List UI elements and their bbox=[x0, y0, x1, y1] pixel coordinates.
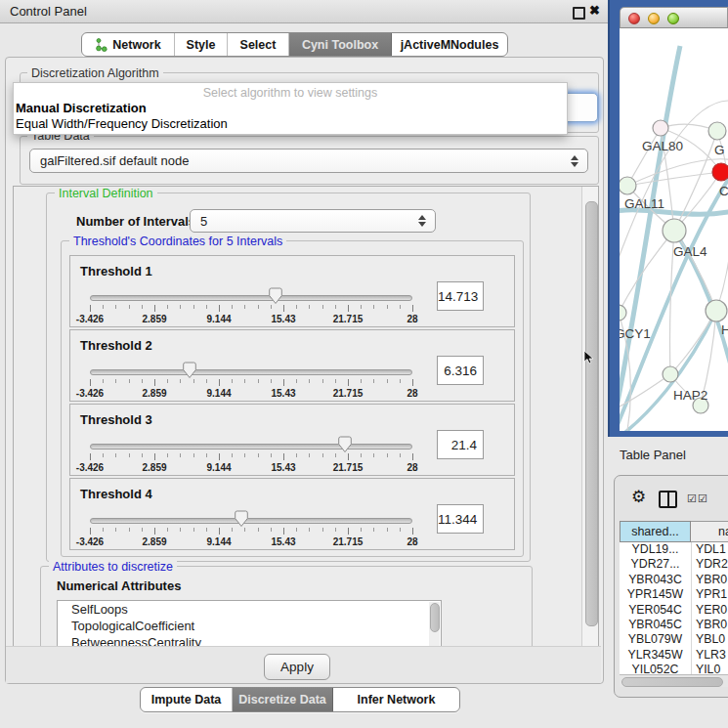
list-item[interactable]: SelfLoops bbox=[58, 601, 441, 618]
table-row[interactable]: YLR345WYLR3 bbox=[620, 648, 728, 663]
scale-label: 2.859 bbox=[142, 314, 166, 324]
table-cell[interactable]: YBR0 bbox=[692, 573, 728, 587]
table-data-combobox[interactable]: galFiltered.sif default node bbox=[29, 149, 588, 173]
tab-discretize-data-label: Discretize Data bbox=[238, 693, 326, 707]
close-traffic-light-icon[interactable] bbox=[628, 13, 640, 24]
number-of-intervals-combobox[interactable]: 5 bbox=[190, 209, 436, 233]
slider-thumb[interactable] bbox=[269, 287, 283, 305]
close-icon[interactable]: ✖ bbox=[589, 3, 600, 18]
node-gal11[interactable] bbox=[620, 177, 636, 194]
tab-cyni-toolbox[interactable]: Cyni Toolbox bbox=[289, 33, 392, 56]
table-cell[interactable]: YPR1 bbox=[692, 587, 728, 602]
minimize-traffic-light-icon[interactable] bbox=[648, 13, 660, 24]
slider-track[interactable] bbox=[90, 444, 412, 450]
node-gal4[interactable] bbox=[663, 219, 686, 242]
list-scrollbar-thumb[interactable] bbox=[430, 603, 440, 632]
node-h[interactable] bbox=[706, 300, 727, 321]
scale-label: 2.859 bbox=[142, 462, 166, 473]
thresholds-group-title: Threshold's Coordinates for 5 Intervals bbox=[69, 235, 286, 248]
table-cell[interactable]: YLR345W bbox=[620, 648, 692, 663]
pane-scrollbar-thumb[interactable] bbox=[585, 201, 598, 626]
table-cell[interactable]: YDR27... bbox=[620, 557, 692, 572]
scale-label: 9.144 bbox=[206, 388, 231, 399]
gear-icon[interactable]: ⚙ bbox=[631, 489, 646, 505]
node-label: GAL11 bbox=[624, 196, 664, 211]
slider-track[interactable] bbox=[90, 369, 412, 375]
tab-impute-data[interactable]: Impute Data bbox=[141, 688, 233, 711]
list-scrollbar[interactable] bbox=[429, 602, 440, 647]
list-item[interactable]: TopologicalCoefficient bbox=[58, 618, 441, 634]
table-cell[interactable]: YBR045C bbox=[620, 618, 692, 632]
slider-thumb[interactable] bbox=[183, 362, 197, 379]
thresholds-group: Threshold's Coordinates for 5 Intervals … bbox=[61, 240, 524, 557]
node-gal80[interactable] bbox=[653, 120, 668, 136]
table-cell[interactable]: YBL0 bbox=[692, 632, 728, 647]
threshold-slider[interactable]: -3.426 2.859 9.144 15.43 21.715 28 bbox=[90, 295, 412, 301]
node-partial-top[interactable] bbox=[708, 122, 726, 140]
algorithm-option-manual[interactable]: Manual Discretization bbox=[16, 101, 147, 115]
tab-jactivemnodules[interactable]: jActiveMNodules bbox=[392, 33, 507, 56]
threshold-row: Threshold 2 -3.426 2.859 9.144 15.43 21.… bbox=[69, 329, 515, 402]
node-gcy1[interactable] bbox=[620, 305, 626, 321]
threshold-value-field[interactable]: 14.713 bbox=[437, 281, 484, 311]
table-cell[interactable]: YDL1 bbox=[692, 542, 728, 557]
tab-style[interactable]: Style bbox=[175, 33, 228, 56]
threshold-slider[interactable]: -3.426 2.859 9.144 15.43 21.715 28 bbox=[90, 518, 412, 524]
table-row[interactable]: YBR043CYBR0 bbox=[620, 573, 728, 587]
threshold-slider[interactable]: -3.426 2.859 9.144 15.43 21.715 28 bbox=[90, 444, 412, 450]
table-cell[interactable]: YBR0 bbox=[692, 618, 728, 632]
node-highlighted[interactable] bbox=[712, 163, 728, 181]
column-header-name[interactable]: na bbox=[691, 521, 728, 542]
table-row[interactable]: YER054CYER0 bbox=[620, 603, 728, 618]
slider-thumb[interactable] bbox=[337, 436, 352, 453]
zoom-traffic-light-icon[interactable] bbox=[667, 13, 679, 24]
threshold-value-field[interactable]: 21.4 bbox=[437, 430, 484, 459]
table-cell[interactable]: YBL079W bbox=[620, 632, 692, 647]
table-hscrollbar[interactable] bbox=[620, 674, 728, 687]
numerical-attributes-list[interactable]: SelfLoops TopologicalCoefficient Between… bbox=[57, 600, 442, 647]
threshold-value-field[interactable]: 6.316 bbox=[437, 356, 484, 385]
float-window-icon[interactable] bbox=[573, 7, 585, 20]
algorithm-option-equal-width[interactable]: Equal Width/Frequency Discretization bbox=[16, 116, 228, 131]
slider-thumb[interactable] bbox=[235, 510, 249, 528]
slider-ticks-major bbox=[90, 528, 413, 535]
node-table[interactable]: YDL19...YDL1 YDR27...YDR2 YBR043CYBR0 YP… bbox=[620, 542, 728, 677]
slider-track[interactable] bbox=[90, 518, 412, 524]
network-canvas[interactable]: GAL80 G C GAL11 GAL4 GCY1 H HAP2 bbox=[620, 28, 728, 431]
network-window-titlebar[interactable] bbox=[620, 7, 728, 28]
node-label: HAP2 bbox=[673, 388, 707, 403]
tab-network[interactable]: Network bbox=[82, 33, 175, 56]
tab-select[interactable]: Select bbox=[228, 33, 289, 56]
threshold-slider[interactable]: -3.426 2.859 9.144 15.43 21.715 28 bbox=[90, 369, 412, 375]
select-columns-icon[interactable]: ☑☑ bbox=[687, 492, 708, 505]
table-cell[interactable]: YER0 bbox=[692, 603, 728, 618]
tab-infer-network[interactable]: Infer Network bbox=[333, 688, 459, 711]
table-row[interactable]: YDL19...YDL1 bbox=[620, 542, 728, 557]
table-cell[interactable]: YDL19... bbox=[620, 542, 692, 557]
tab-select-label: Select bbox=[240, 38, 277, 52]
tab-jactivemnodules-label: jActiveMNodules bbox=[401, 38, 499, 52]
column-header-shared[interactable]: shared... bbox=[620, 521, 691, 542]
threshold-label: Threshold 1 bbox=[80, 264, 152, 278]
table-cell[interactable]: YPR145W bbox=[620, 587, 692, 602]
table-row[interactable]: YBR045CYBR0 bbox=[620, 618, 728, 632]
scale-label: 9.144 bbox=[206, 462, 231, 473]
pane-scrollbar[interactable] bbox=[581, 187, 599, 646]
threshold-value-field[interactable]: 11.344 bbox=[437, 504, 484, 534]
scale-label: 9.144 bbox=[206, 314, 231, 324]
node-hap2[interactable] bbox=[663, 366, 678, 382]
slider-track[interactable] bbox=[90, 295, 412, 301]
column-layout-icon[interactable] bbox=[659, 491, 677, 508]
slider-ticks-major bbox=[90, 379, 413, 386]
table-cell[interactable]: YBR043C bbox=[620, 573, 692, 587]
tab-discretize-data[interactable]: Discretize Data bbox=[233, 688, 333, 711]
table-row[interactable]: YBL079WYBL0 bbox=[620, 632, 728, 647]
table-row[interactable]: YPR145WYPR1 bbox=[620, 587, 728, 602]
table-cell[interactable]: YLR3 bbox=[692, 648, 728, 663]
table-cell[interactable]: YDR2 bbox=[692, 557, 728, 572]
scale-label: 28 bbox=[407, 462, 417, 473]
apply-button[interactable]: Apply bbox=[264, 654, 330, 680]
table-cell[interactable]: YER054C bbox=[620, 603, 692, 618]
table-hscrollbar-thumb[interactable] bbox=[621, 677, 723, 687]
table-row[interactable]: YDR27...YDR2 bbox=[620, 557, 728, 572]
